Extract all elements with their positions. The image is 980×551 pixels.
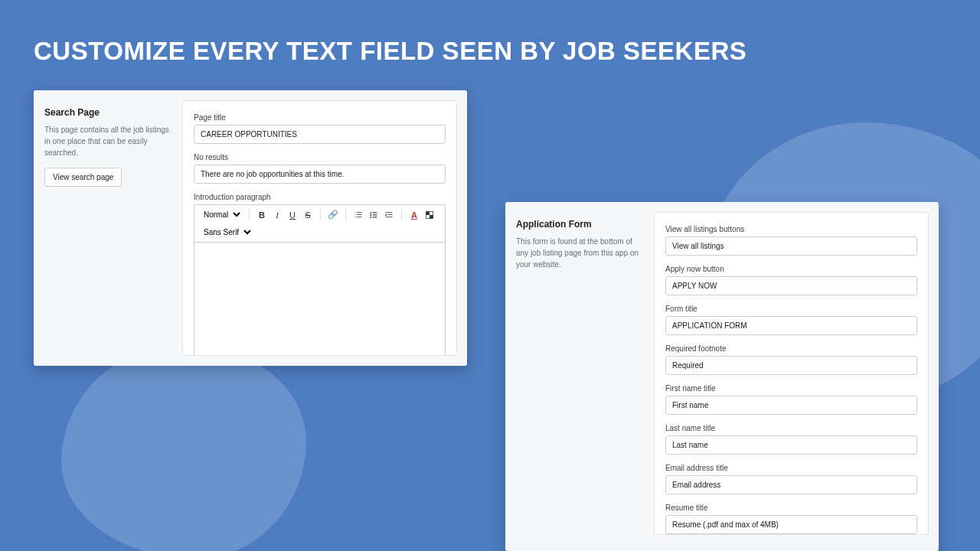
svg-rect-3 bbox=[373, 214, 377, 215]
field-label: View all listings buttons bbox=[665, 225, 917, 233]
field-label: Apply now button bbox=[665, 265, 917, 273]
decorative-blob bbox=[61, 344, 306, 551]
background-color-icon[interactable] bbox=[423, 209, 436, 221]
field-label: Last name title bbox=[665, 424, 917, 432]
field-input[interactable] bbox=[665, 276, 917, 295]
form-field-group: Apply now button bbox=[665, 265, 917, 295]
search-page-sidebar: Search Page This page contains all the j… bbox=[34, 90, 183, 366]
field-label: Required footnote bbox=[665, 344, 917, 353]
search-page-title: Search Page bbox=[44, 107, 172, 118]
separator bbox=[401, 210, 402, 220]
page-title-label: Page title bbox=[194, 113, 446, 122]
no-results-label: No results bbox=[194, 153, 446, 161]
text-color-icon[interactable]: A bbox=[408, 209, 420, 221]
page-title-input[interactable] bbox=[194, 125, 446, 144]
svg-rect-7 bbox=[426, 211, 430, 215]
field-input[interactable] bbox=[665, 236, 917, 256]
ordered-list-icon[interactable] bbox=[352, 209, 364, 221]
application-form-desc: This form is found at the bottom of any … bbox=[516, 236, 644, 270]
field-label: First name title bbox=[665, 384, 917, 393]
field-input[interactable] bbox=[665, 316, 917, 335]
separator bbox=[249, 210, 250, 220]
field-input[interactable] bbox=[665, 356, 917, 375]
svg-rect-1 bbox=[373, 212, 377, 213]
no-results-input[interactable] bbox=[194, 165, 446, 184]
font-family-select[interactable]: Sans Serif bbox=[199, 226, 253, 239]
link-icon[interactable]: 🔗 bbox=[327, 209, 339, 221]
svg-rect-8 bbox=[430, 215, 433, 219]
form-field-group: Required footnote bbox=[665, 344, 917, 375]
search-page-form: Page title No results Introduction parag… bbox=[183, 101, 456, 355]
page-headline: CUSTOMIZE EVERY TEXT FIELD SEEN BY JOB S… bbox=[34, 37, 746, 66]
form-field-group: Resume title bbox=[665, 504, 917, 534]
field-input[interactable] bbox=[665, 475, 917, 494]
search-page-desc: This page contains all the job listings … bbox=[44, 124, 172, 158]
application-form-sidebar: Application Form This form is found at t… bbox=[505, 202, 655, 551]
form-field-group: First name title bbox=[665, 384, 917, 415]
intro-label: Introduction paragraph bbox=[194, 193, 446, 201]
svg-rect-5 bbox=[373, 217, 377, 217]
block-format-select[interactable]: Normal bbox=[199, 208, 243, 221]
application-form-fields: View all listings buttonsApply now butto… bbox=[655, 213, 928, 534]
field-input[interactable] bbox=[665, 396, 917, 415]
underline-icon[interactable]: U bbox=[286, 209, 299, 221]
application-form-card: Application Form This form is found at t… bbox=[505, 202, 939, 551]
separator bbox=[320, 210, 321, 220]
svg-point-2 bbox=[370, 214, 371, 216]
form-field-group: Last name title bbox=[665, 424, 917, 455]
field-label: Form title bbox=[665, 305, 917, 313]
field-label: Resume title bbox=[665, 504, 917, 512]
search-page-card: Search Page This page contains all the j… bbox=[34, 90, 467, 366]
field-input[interactable] bbox=[665, 435, 917, 455]
form-field-group: Form title bbox=[665, 305, 917, 335]
indent-icon[interactable] bbox=[383, 209, 395, 221]
intro-editor[interactable] bbox=[194, 242, 446, 355]
field-label: Email address title bbox=[665, 464, 917, 472]
svg-point-0 bbox=[370, 212, 371, 214]
bullet-list-icon[interactable] bbox=[368, 209, 380, 221]
application-form-title: Application Form bbox=[516, 219, 644, 230]
bold-icon[interactable]: B bbox=[256, 209, 268, 221]
form-field-group: View all listings buttons bbox=[665, 225, 917, 256]
editor-toolbar: Normal B I U S 🔗 bbox=[194, 204, 446, 242]
svg-point-4 bbox=[370, 217, 371, 218]
separator bbox=[345, 210, 346, 220]
strikethrough-icon[interactable]: S bbox=[302, 209, 314, 221]
view-search-page-button[interactable]: View search page bbox=[44, 168, 122, 187]
form-field-group: Email address title bbox=[665, 464, 917, 494]
field-input[interactable] bbox=[665, 515, 917, 534]
italic-icon[interactable]: I bbox=[271, 209, 283, 221]
